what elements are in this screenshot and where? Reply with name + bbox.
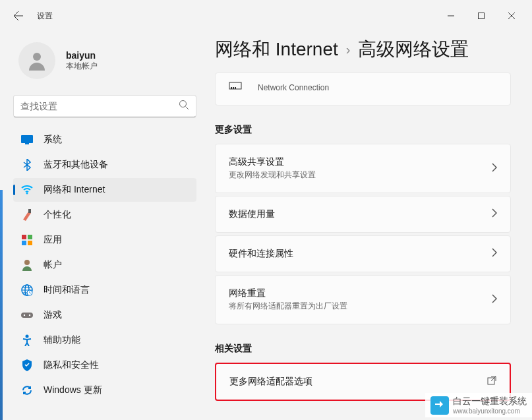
card-title: 数据使用量 [229, 208, 492, 220]
sidebar-item-time[interactable]: 时间和语言 [13, 278, 196, 302]
svg-rect-4 [25, 143, 29, 144]
sidebar-item-label: 帐户 [44, 259, 62, 271]
more-card-2[interactable]: 硬件和连接属性 [215, 235, 511, 272]
left-edge-accent [0, 190, 3, 420]
sidebar: baiyun 本地帐户 系统蓝牙和其他设备网络和 Internet个性化应用帐户… [0, 32, 204, 420]
sidebar-item-bluetooth[interactable]: 蓝牙和其他设备 [13, 153, 196, 177]
svg-rect-21 [233, 87, 234, 89]
shield-icon [21, 359, 33, 371]
sidebar-item-label: 系统 [44, 134, 62, 146]
card-subtitle: 更改网络发现和共享设置 [229, 169, 492, 181]
avatar [18, 42, 55, 79]
arrow-left-icon [13, 11, 24, 21]
maximize-icon [478, 13, 485, 19]
brush-icon [21, 209, 33, 221]
sidebar-item-apps[interactable]: 应用 [13, 228, 196, 252]
adapter-subtitle: Network Connection [258, 83, 329, 92]
svg-point-2 [180, 101, 187, 107]
card-title: 更多网络适配器选项 [229, 376, 487, 388]
update-icon [21, 384, 33, 396]
more-card-3[interactable]: 网络重置将所有网络适配器重置为出厂设置 [215, 275, 511, 324]
card-title: 硬件和连接属性 [229, 248, 492, 260]
profile-subtitle: 本地帐户 [66, 61, 98, 72]
watermark-sub: www.baiyunxitong.com [453, 407, 527, 415]
person-icon [21, 259, 33, 271]
sidebar-item-gaming[interactable]: 游戏 [13, 303, 196, 327]
sidebar-item-label: 隐私和安全性 [44, 359, 99, 371]
external-link-icon [487, 376, 496, 388]
chevron-right-icon [492, 163, 497, 175]
section-title-more: 更多设置 [215, 124, 511, 136]
card-title: 网络重置 [229, 287, 492, 299]
svg-point-11 [24, 260, 30, 265]
svg-rect-6 [28, 209, 31, 213]
svg-rect-20 [231, 87, 232, 89]
profile-name: baiyun [66, 50, 98, 61]
sidebar-item-network[interactable]: 网络和 Internet [13, 178, 196, 202]
window-controls [436, 5, 527, 26]
person-icon [25, 49, 49, 73]
sidebar-item-label: 应用 [44, 234, 62, 246]
minimize-button[interactable] [436, 5, 466, 26]
search-box[interactable] [13, 95, 196, 117]
gamepad-icon [21, 309, 33, 321]
chevron-right-icon [492, 248, 497, 260]
chevron-right-icon [492, 294, 497, 306]
nav-list: 系统蓝牙和其他设备网络和 Internet个性化应用帐户时间和语言游戏辅助功能隐… [13, 128, 196, 420]
svg-rect-0 [479, 13, 485, 19]
accessibility-icon [21, 334, 33, 346]
sidebar-item-accessibility[interactable]: 辅助功能 [13, 328, 196, 352]
chevron-right-icon: › [346, 42, 351, 57]
titlebar: 设置 [0, 0, 532, 32]
maximize-button[interactable] [466, 5, 496, 26]
sidebar-item-privacy[interactable]: 隐私和安全性 [13, 353, 196, 377]
minimize-icon [448, 13, 454, 19]
card-subtitle: 将所有网络适配器重置为出厂设置 [229, 301, 492, 312]
svg-rect-3 [21, 135, 33, 143]
svg-rect-15 [21, 313, 33, 318]
breadcrumb-current: 高级网络设置 [358, 37, 469, 62]
svg-rect-7 [22, 235, 26, 239]
sidebar-item-label: 时间和语言 [44, 284, 90, 296]
search-icon [179, 100, 189, 113]
bluetooth-icon [21, 159, 33, 171]
sidebar-item-label: 蓝牙和其他设备 [44, 159, 108, 171]
svg-rect-8 [28, 235, 32, 239]
more-card-0[interactable]: 高级共享设置更改网络发现和共享设置 [215, 144, 511, 193]
sidebar-item-label: 个性化 [44, 209, 71, 221]
breadcrumb-parent[interactable]: 网络和 Internet [215, 37, 338, 62]
svg-point-18 [26, 335, 29, 338]
svg-point-1 [33, 53, 41, 61]
close-button[interactable] [496, 5, 527, 26]
system-icon [21, 134, 33, 146]
card-title: 高级共享设置 [229, 156, 492, 168]
sidebar-item-system[interactable]: 系统 [13, 128, 196, 152]
window-title: 设置 [37, 11, 53, 22]
svg-rect-10 [28, 241, 32, 245]
chevron-right-icon [492, 208, 497, 220]
sidebar-item-label: Windows 更新 [44, 384, 102, 396]
profile-block[interactable]: baiyun 本地帐户 [13, 32, 196, 95]
watermark-icon [430, 396, 449, 415]
sidebar-item-label: 辅助功能 [44, 334, 80, 346]
watermark-text: 白云一键重装系统 [453, 396, 527, 407]
globe-icon [21, 284, 33, 296]
ethernet-icon [229, 81, 245, 94]
section-title-related: 相关设置 [215, 343, 511, 355]
wifi-icon [21, 184, 33, 196]
sidebar-item-accounts[interactable]: 帐户 [13, 253, 196, 277]
svg-point-5 [26, 193, 28, 195]
sidebar-item-personalization[interactable]: 个性化 [13, 203, 196, 227]
svg-point-17 [29, 315, 30, 316]
breadcrumb: 网络和 Internet › 高级网络设置 [215, 37, 511, 62]
svg-point-16 [24, 315, 25, 316]
sidebar-item-label: 游戏 [44, 309, 62, 321]
more-card-1[interactable]: 数据使用量 [215, 196, 511, 233]
back-button[interactable] [5, 3, 32, 29]
search-input[interactable] [20, 101, 179, 111]
svg-rect-9 [22, 241, 26, 245]
svg-rect-22 [235, 87, 236, 89]
apps-icon [21, 234, 33, 246]
adapter-card-partial[interactable]: Network Connection [215, 73, 511, 105]
sidebar-item-update[interactable]: Windows 更新 [13, 378, 196, 402]
